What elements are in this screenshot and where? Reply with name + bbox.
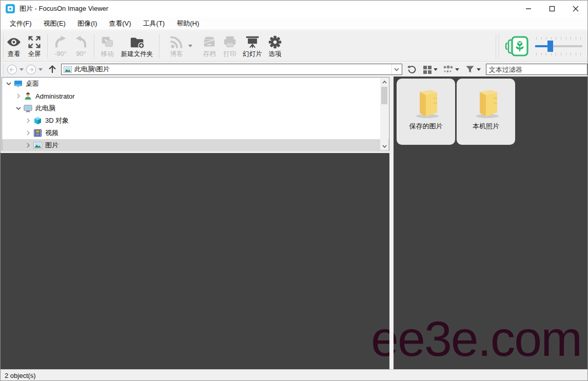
refresh-button[interactable] [406,63,418,76]
chevron-down-icon [434,68,438,71]
back-history-button[interactable] [18,63,25,76]
slider-ticks [536,37,581,40]
view-mode-button[interactable] [422,63,433,76]
tree-item-label: Administrator [35,92,75,100]
menu-tools[interactable]: 工具(T) [139,17,170,30]
pane-splitter[interactable] [389,77,394,369]
expander-expanded-icon[interactable] [6,82,11,86]
menu-view-panel[interactable]: 视图(E) [39,17,70,30]
fullscreen-icon [27,34,42,50]
funnel-icon [465,65,475,73]
object-count: 2 object(s) [5,372,36,379]
address-bar: 此电脑\图片 [1,62,587,77]
folder-tile-saved-pictures[interactable]: 保存的图片 [397,79,455,145]
tree-item-this-pc[interactable]: 此电脑 [2,102,389,115]
toolbar: 查看 全屏 -90° 90° [1,31,587,62]
blog-dropdown-button[interactable] [187,32,194,61]
chevron-down-icon [394,68,399,71]
menu-image[interactable]: 图像(I) [73,17,102,30]
menu-file[interactable]: 文件(F) [5,17,36,30]
slider-handle[interactable] [547,41,553,52]
move-button: 移动 [97,32,117,61]
sort-button[interactable] [442,63,454,76]
tree-item-label: 3D 对象 [45,116,69,125]
sort-dropdown[interactable] [454,63,460,76]
up-button[interactable] [47,63,58,76]
address-dropdown-button[interactable] [391,64,402,74]
filter-dropdown[interactable] [476,63,482,76]
new-folder-button[interactable]: 新建文件夹 [117,32,156,61]
minimize-icon [525,6,532,12]
blog-button: 博客 [166,32,187,61]
rotate-left-icon [53,34,68,50]
up-arrow-icon [48,65,57,74]
archive-button: 存档 [199,32,220,61]
thumbnail-size-slider[interactable] [535,33,582,59]
chevron-down-icon [19,68,24,71]
gear-icon [267,34,283,50]
slider-ticks [536,53,581,55]
watermark: ee3e.com [371,310,581,368]
folder-tree: 桌面 Administrator [2,77,389,151]
print-button: 打印 [220,32,240,61]
chevron-down-icon [188,45,192,47]
move-icon [100,34,115,50]
expander-collapsed-icon[interactable] [16,93,21,99]
titlebar: 图片 - FocusOn Image Viewer [1,1,587,17]
scrollbar-thumb[interactable] [381,87,387,104]
maximize-button[interactable] [540,1,564,17]
text-filter-input[interactable] [486,64,587,75]
menu-view[interactable]: 查看(V) [104,17,135,30]
toolbar-separator [499,34,499,59]
rss-icon [169,34,184,50]
tree-item-desktop[interactable]: 桌面 [2,78,389,90]
tree-item-pictures[interactable]: 图片 [2,139,389,151]
expander-collapsed-icon[interactable] [26,118,31,123]
app-window: 图片 - FocusOn Image Viewer 文件(F) 视图(E) 图像… [0,0,588,381]
forward-button [25,63,37,76]
forward-icon [26,64,36,75]
options-button[interactable]: 选项 [265,32,285,61]
expander-collapsed-icon[interactable] [26,130,31,136]
toolbar-separator [159,34,160,59]
tree-scrollbar[interactable] [380,78,388,150]
refresh-icon [407,65,417,74]
folder-tile-label: 保存的图片 [409,122,443,131]
toolbar-separator [94,34,94,59]
chevron-down-icon [455,68,459,71]
tree-item-label: 桌面 [26,79,39,88]
thumbnail-size-icon [504,35,531,58]
filter-button[interactable] [464,63,476,76]
slideshow-icon [245,34,260,50]
fullscreen-button[interactable]: 全屏 [24,32,45,61]
minimize-button[interactable] [517,1,540,17]
expander-collapsed-icon[interactable] [26,143,31,148]
address-path[interactable]: 此电脑\图片 [74,65,391,74]
slideshow-button[interactable]: 幻灯片 [240,32,265,61]
close-button[interactable] [564,1,587,17]
new-folder-icon [129,34,145,50]
rotate-left-button: -90° [50,32,71,61]
tree-item-3d-objects[interactable]: 3D 对象 [2,115,389,127]
expander-expanded-icon[interactable] [16,107,21,110]
main-area: 桌面 Administrator [1,77,587,369]
folder-tile-label: 本机照片 [473,122,499,131]
cube-icon [33,117,42,125]
folder-icon [469,88,503,120]
tree-item-videos[interactable]: 视频 [2,127,389,139]
scroll-down-icon[interactable] [380,142,388,150]
menubar: 文件(F) 视图(E) 图像(I) 查看(V) 工具(T) 帮助(H) [1,17,587,30]
view-mode-dropdown[interactable] [433,63,439,76]
scroll-up-icon[interactable] [380,78,388,86]
tree-item-administrator[interactable]: Administrator [2,90,389,102]
tree-item-label: 此电脑 [35,104,55,113]
close-icon [573,6,579,12]
user-icon [24,92,32,100]
folder-tile-camera-roll[interactable]: 本机照片 [457,79,515,145]
forward-history-button[interactable] [37,63,44,76]
view-button[interactable]: 查看 [4,32,24,61]
chevron-down-icon [38,68,43,71]
address-combobox[interactable]: 此电脑\图片 [61,64,402,75]
back-button [6,63,18,76]
menu-help[interactable]: 帮助(H) [172,17,204,30]
